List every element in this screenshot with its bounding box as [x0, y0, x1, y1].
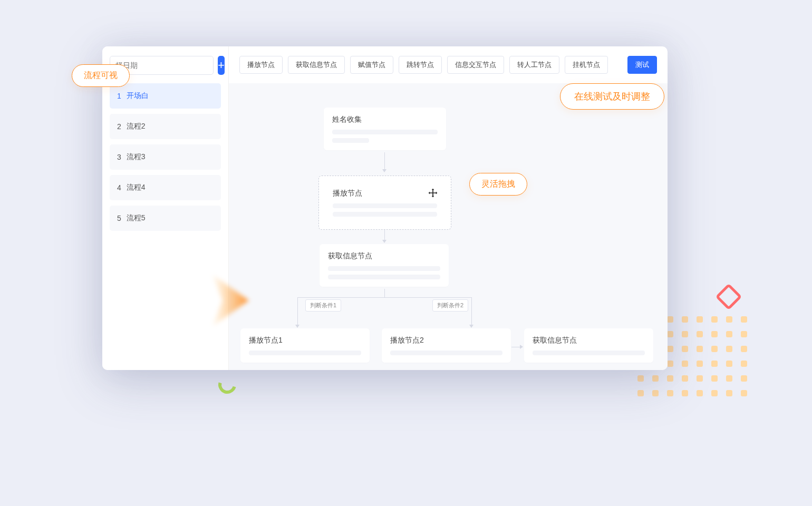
- connector-line: [384, 152, 385, 171]
- sidebar-item-num: 5: [117, 214, 121, 222]
- sidebar-item-flow3[interactable]: 3 流程3: [110, 144, 221, 170]
- toolbar-btn-hangup-node[interactable]: 挂机节点: [565, 56, 608, 74]
- connector-arrow-down-icon: [469, 325, 473, 328]
- flow-node-name-collect[interactable]: 姓名收集: [324, 108, 446, 150]
- move-icon[interactable]: [428, 188, 438, 198]
- sidebar-item-num: 3: [117, 153, 121, 161]
- toolbar-btn-play-node[interactable]: 播放节点: [239, 56, 283, 74]
- placeholder-line: [328, 266, 440, 271]
- decoration-diamond: [716, 284, 742, 310]
- placeholder-line: [332, 130, 438, 134]
- sidebar-item-label: 流程2: [127, 122, 146, 131]
- flow-node-play1[interactable]: 播放节点1: [240, 328, 370, 363]
- placeholder-line: [533, 351, 645, 355]
- plus-icon: +: [218, 59, 225, 72]
- node-toolbar: 播放节点 获取信息节点 赋值节点 跳转节点 信息交互节点 转人工节点 挂机节点 …: [229, 46, 668, 83]
- placeholder-line: [333, 212, 437, 217]
- flow-node-get-info-2[interactable]: 获取信息节点: [524, 328, 653, 363]
- flow-node-play-dragging[interactable]: 播放节点: [318, 176, 451, 230]
- callout-drag-drop: 灵活拖拽: [469, 173, 527, 196]
- toolbar-btn-jump-node[interactable]: 跳转节点: [399, 56, 442, 74]
- add-flow-button[interactable]: +: [218, 56, 225, 75]
- placeholder-line: [328, 275, 440, 279]
- sidebar-item-num: 2: [117, 122, 121, 131]
- placeholder-line: [249, 351, 361, 355]
- toolbar-btn-interact-node[interactable]: 信息交互节点: [447, 56, 504, 74]
- sidebar-item-flow2[interactable]: 2 流程2: [110, 114, 221, 139]
- sidebar-item-label: 流程5: [127, 213, 146, 223]
- connector-line: [384, 289, 385, 297]
- connector-line: [471, 297, 472, 326]
- flow-node-play2[interactable]: 播放节点2: [382, 328, 511, 363]
- flow-node-title: 播放节点: [333, 189, 437, 198]
- flow-node-title: 获取信息节点: [328, 251, 440, 261]
- flow-node-get-info[interactable]: 获取信息节点: [320, 244, 449, 287]
- flow-canvas[interactable]: 姓名收集 播放节点: [229, 83, 668, 370]
- branch-label-2: 判断条件2: [432, 299, 468, 312]
- placeholder-line: [390, 351, 502, 355]
- connector-line: [297, 297, 298, 326]
- sidebar-item-label: 流程4: [127, 183, 146, 192]
- test-button[interactable]: 测试: [627, 56, 657, 74]
- connector-arrow-down-icon: [382, 240, 386, 243]
- toolbar-btn-assign-node[interactable]: 赋值节点: [350, 56, 393, 74]
- connector-arrow-down-icon: [382, 169, 386, 172]
- callout-online-test: 在线测试及时调整: [560, 83, 664, 110]
- connector-line: [297, 297, 471, 298]
- sidebar-item-num: 1: [117, 92, 121, 100]
- sidebar-item-flow4[interactable]: 4 流程4: [110, 175, 221, 200]
- connector-arrow-down-icon: [295, 325, 299, 328]
- connector-arrow-right-icon: [520, 345, 523, 349]
- sidebar: + 1 开场白 2 流程2 3 流程3 4 流程4 5 流程5: [102, 46, 229, 370]
- flow-node-title: 姓名收集: [332, 115, 438, 124]
- placeholder-line: [332, 138, 369, 143]
- flow-node-title: 播放节点2: [390, 336, 502, 345]
- sidebar-item-label: 流程3: [127, 152, 146, 162]
- flow-node-title: 获取信息节点: [533, 336, 645, 345]
- branch-label-1: 判断条件1: [305, 299, 341, 312]
- sidebar-item-num: 4: [117, 183, 121, 192]
- decoration-arc: [215, 373, 239, 397]
- sidebar-item-flow5[interactable]: 5 流程5: [110, 206, 221, 231]
- callout-visual-flow: 流程可视: [72, 64, 130, 87]
- toolbar-btn-transfer-node[interactable]: 转人工节点: [509, 56, 559, 74]
- sidebar-item-opening[interactable]: 1 开场白: [110, 83, 221, 109]
- sidebar-item-label: 开场白: [127, 91, 149, 101]
- flow-list: 1 开场白 2 流程2 3 流程3 4 流程4 5 流程5: [110, 83, 221, 231]
- flow-node-title: 播放节点1: [249, 336, 361, 345]
- placeholder-line: [333, 203, 437, 208]
- toolbar-btn-getinfo-node[interactable]: 获取信息节点: [288, 56, 345, 74]
